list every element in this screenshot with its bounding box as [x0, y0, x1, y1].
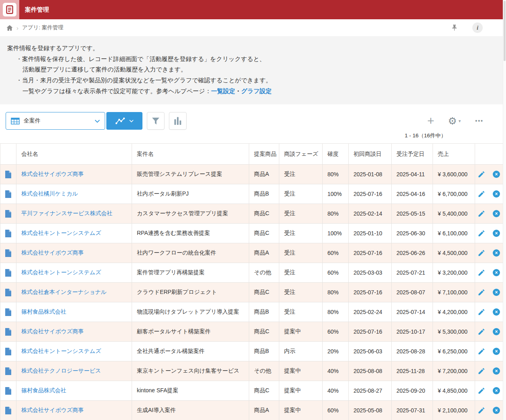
- probability-cell: 60%: [323, 243, 349, 263]
- vertical-scrollbar[interactable]: [503, 0, 506, 420]
- company-link[interactable]: 株式会社サイボウズ商事: [21, 171, 84, 177]
- record-detail-icon[interactable]: [5, 308, 11, 316]
- deal-name-cell: 全社共通ポータル構築案件: [132, 342, 249, 361]
- pencil-icon: [478, 289, 485, 296]
- record-detail-icon[interactable]: [5, 367, 11, 375]
- company-link[interactable]: 篠村食品株式会社: [21, 308, 66, 315]
- company-link[interactable]: 株式会社キントーンシステムズ: [21, 230, 101, 236]
- expected-order-cell: 2025-04-16: [392, 184, 433, 204]
- delete-record-button[interactable]: ×: [493, 367, 500, 375]
- delete-record-button[interactable]: ×: [493, 387, 500, 394]
- sales-cell: ¥ 5,300,000: [433, 322, 475, 342]
- edit-record-button[interactable]: [478, 191, 485, 198]
- record-detail-icon[interactable]: [5, 190, 11, 198]
- table-row: 株式会社橘川ケミカル 社内ポータル刷新PJ 商品B 受注 100% 2025-0…: [0, 184, 503, 204]
- pencil-icon: [478, 230, 485, 237]
- chart-button[interactable]: [169, 112, 187, 130]
- record-detail-icon[interactable]: [5, 348, 11, 355]
- company-link[interactable]: 株式会社サイボウズ商事: [21, 249, 84, 256]
- deal-name-cell: 販売管理システムリプレース提案: [132, 165, 249, 184]
- edit-record-button[interactable]: [478, 368, 485, 375]
- company-link[interactable]: 株式会社倉本インターナショナル: [21, 289, 107, 295]
- company-link[interactable]: 株式会社サイボウズ商事: [21, 328, 84, 334]
- graph-settings-link[interactable]: グラフ設定: [241, 88, 272, 94]
- record-detail-icon[interactable]: [5, 328, 11, 336]
- company-link[interactable]: 株式会社テクノロジーサービス: [21, 367, 101, 374]
- info-icon[interactable]: i: [472, 22, 483, 33]
- home-icon[interactable]: [6, 25, 13, 31]
- product-cell: 商品A: [249, 165, 279, 184]
- deal-name-cell: 顧客ポータルサイト構築案件: [132, 322, 249, 342]
- view-selector[interactable]: 全案件: [6, 112, 105, 130]
- company-link[interactable]: 平川ファイナンスサービス株式会社: [21, 210, 112, 216]
- edit-record-button[interactable]: [478, 387, 485, 394]
- company-link[interactable]: 株式会社サイボウズ商事: [21, 407, 84, 413]
- probability-cell: 80%: [323, 302, 349, 322]
- edit-record-button[interactable]: [478, 230, 485, 237]
- record-detail-icon[interactable]: [5, 210, 11, 218]
- pencil-icon: [478, 210, 485, 217]
- record-detail-icon[interactable]: [5, 171, 11, 178]
- delete-record-button[interactable]: ×: [493, 308, 500, 316]
- edit-record-button[interactable]: [478, 407, 485, 414]
- edit-record-button[interactable]: [478, 309, 485, 316]
- edit-record-button[interactable]: [478, 328, 485, 335]
- probability-cell: 60%: [323, 263, 349, 283]
- sales-cell: ¥ 6,700,000: [433, 184, 475, 204]
- record-detail-icon[interactable]: [5, 387, 11, 395]
- record-detail-icon[interactable]: [5, 407, 11, 414]
- probability-cell: 100%: [323, 184, 349, 204]
- expected-order-cell: 2025-05-15: [392, 204, 433, 224]
- link-separator: ・: [235, 88, 241, 94]
- list-settings-link[interactable]: 一覧設定: [211, 88, 235, 94]
- graph-button[interactable]: [106, 112, 142, 130]
- pencil-icon: [478, 387, 485, 394]
- edit-record-button[interactable]: [478, 210, 485, 217]
- company-link[interactable]: 篠村食品株式会社: [21, 387, 66, 393]
- scrollbar-thumb[interactable]: [504, 1, 506, 61]
- sales-cell: ¥ 7,100,000: [433, 283, 475, 302]
- table-row: 株式会社サイボウズ商事 顧客ポータルサイト構築案件 商品C 提案中 60% 20…: [0, 322, 503, 342]
- delete-record-button[interactable]: ×: [493, 269, 500, 276]
- table-row: 株式会社倉本インターナショナル クラウドERP刷新プロジェクト 商品C 受注 8…: [0, 283, 503, 302]
- company-link[interactable]: 株式会社橘川ケミカル: [21, 190, 78, 197]
- filter-button[interactable]: [147, 112, 165, 130]
- edit-record-button[interactable]: [478, 348, 485, 355]
- breadcrumb-app-label[interactable]: アプリ: 案件管理: [22, 24, 63, 31]
- record-detail-icon[interactable]: [5, 289, 11, 296]
- delete-record-button[interactable]: ×: [493, 171, 500, 178]
- company-link[interactable]: 株式会社キントーンシステムズ: [21, 269, 101, 275]
- settings-button[interactable]: ⚙ ▾: [448, 116, 461, 126]
- company-link[interactable]: 株式会社キントーンシステムズ: [21, 348, 101, 354]
- first-meeting-cell: 2025-05-08: [349, 401, 392, 420]
- delete-record-button[interactable]: ×: [493, 249, 500, 257]
- table-row: 株式会社キントーンシステムズ RPA連携を含む業務改善提案 商品C 受注 100…: [0, 224, 503, 243]
- breadcrumb-separator: ›: [16, 24, 18, 31]
- edit-record-button[interactable]: [478, 289, 485, 296]
- edit-record-button[interactable]: [478, 171, 485, 178]
- phase-cell: 提案中: [279, 401, 323, 420]
- record-detail-icon[interactable]: [5, 249, 11, 257]
- record-detail-icon[interactable]: [5, 230, 11, 237]
- edit-record-button[interactable]: [478, 250, 485, 257]
- product-cell: その他: [249, 263, 279, 283]
- edit-record-button[interactable]: [478, 269, 485, 276]
- app-icon[interactable]: [0, 0, 19, 19]
- table-row: 平川ファイナンスサービス株式会社 カスタマーサクセス管理アプリ提案 商品C 受注…: [0, 204, 503, 224]
- expected-order-cell: 2025-09-20: [392, 381, 433, 401]
- delete-record-button[interactable]: ×: [493, 328, 500, 335]
- record-detail-icon[interactable]: [5, 269, 11, 277]
- delete-record-button[interactable]: ×: [493, 407, 500, 414]
- delete-record-button[interactable]: ×: [493, 210, 500, 217]
- view-selector-value: 全案件: [24, 117, 41, 124]
- add-record-button[interactable]: +: [427, 115, 435, 127]
- delete-record-button[interactable]: ×: [493, 190, 500, 198]
- delete-record-button[interactable]: ×: [493, 230, 500, 237]
- probability-cell: 60%: [323, 322, 349, 342]
- more-options-button[interactable]: •••: [475, 118, 484, 124]
- pencil-icon: [478, 368, 485, 375]
- delete-record-button[interactable]: ×: [493, 348, 500, 355]
- pin-icon[interactable]: [452, 24, 457, 31]
- sales-cell: ¥ 6,100,000: [433, 224, 475, 243]
- delete-record-button[interactable]: ×: [493, 289, 500, 296]
